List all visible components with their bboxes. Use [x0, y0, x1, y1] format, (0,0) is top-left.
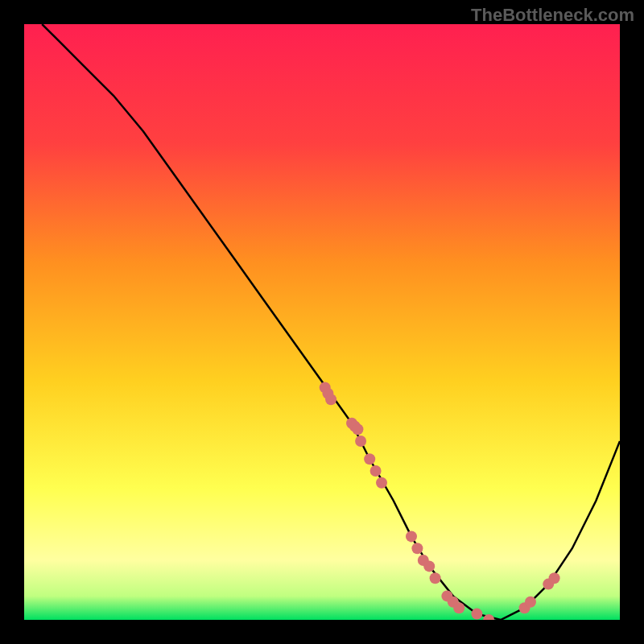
- data-point: [376, 477, 387, 489]
- chart-background: [24, 24, 620, 620]
- data-point: [406, 530, 417, 542]
- data-point: [364, 453, 375, 464]
- watermark-text: TheBottleneck.com: [471, 5, 634, 26]
- data-point: [411, 543, 423, 554]
- chart-container: [24, 24, 620, 620]
- data-point: [525, 597, 536, 608]
- data-point: [370, 465, 382, 477]
- data-point: [325, 394, 336, 405]
- data-point: [471, 609, 482, 620]
- data-point: [549, 572, 560, 584]
- chart-svg: [24, 24, 620, 620]
- data-point: [453, 602, 464, 613]
- data-point: [352, 423, 363, 435]
- data-point: [423, 560, 435, 572]
- data-point: [430, 572, 441, 584]
- data-point: [355, 436, 366, 447]
